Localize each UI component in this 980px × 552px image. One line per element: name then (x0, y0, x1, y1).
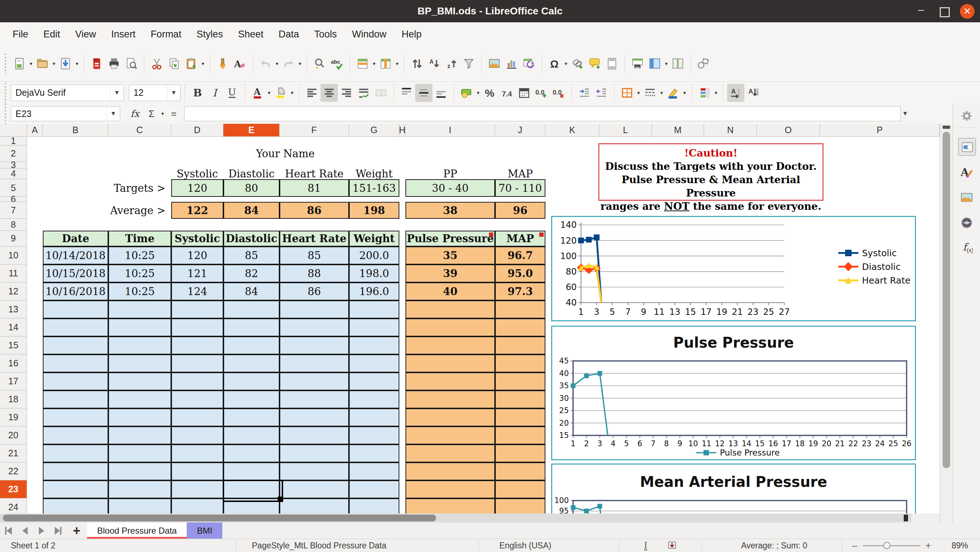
log-cell-J14[interactable] (495, 318, 546, 336)
log-cell-B20[interactable] (43, 426, 108, 444)
show-draw-functions-icon[interactable] (695, 55, 712, 73)
format-as-currency-dropdown-arrow[interactable]: ▾ (475, 90, 481, 96)
menu-view[interactable]: View (68, 22, 103, 46)
pivot-table-icon[interactable] (520, 55, 538, 73)
underline-icon[interactable]: U (223, 84, 241, 102)
log-header-heart-rate[interactable]: Heart Rate (280, 231, 349, 247)
row-header-19[interactable]: 19 (0, 409, 27, 426)
log-cell-G14[interactable] (349, 318, 399, 336)
column-header-K[interactable]: K (546, 124, 599, 137)
caution-text-box[interactable]: !Caution! Discuss the Targets with your … (598, 143, 824, 201)
navigator-icon[interactable] (958, 214, 975, 231)
row-header-4[interactable]: 4 (0, 169, 27, 179)
split-window-icon[interactable] (669, 55, 686, 73)
undo-icon[interactable] (257, 55, 274, 73)
wrap-text-icon[interactable] (355, 84, 372, 102)
format-as-number-icon[interactable]: 7.4 (498, 84, 515, 102)
insert-column-icon[interactable] (377, 55, 394, 73)
zoom-in-button[interactable]: + (925, 539, 931, 552)
freeze-rows-columns-dropdown-arrow[interactable]: ▾ (663, 60, 669, 67)
column-header-C[interactable]: C (108, 124, 171, 137)
log-cell-G17[interactable] (349, 372, 399, 390)
increase-indent-icon[interactable] (576, 84, 593, 102)
format-as-date-icon[interactable] (515, 84, 533, 102)
insert-comment-icon[interactable] (586, 55, 603, 73)
new-document-icon[interactable] (11, 55, 28, 73)
log-header-date[interactable]: Date (43, 231, 108, 247)
insert-image-icon[interactable] (486, 55, 503, 73)
print-preview-icon[interactable] (123, 55, 140, 73)
print-icon[interactable] (105, 55, 123, 73)
log-cell-F15[interactable] (280, 336, 349, 355)
undo-dropdown-arrow[interactable]: ▾ (274, 60, 280, 67)
column-header-D[interactable]: D (171, 124, 223, 137)
log-cell-F22[interactable] (280, 462, 349, 480)
log-cell-F14[interactable] (280, 318, 349, 336)
log-cell-F17[interactable] (280, 372, 349, 390)
styles-icon[interactable]: A (958, 164, 975, 180)
row-header-1[interactable]: 1 (0, 137, 27, 145)
log-cell-F19[interactable] (280, 409, 349, 426)
log-cell-E12[interactable]: 84 (223, 283, 280, 301)
log-cell-I24[interactable] (406, 498, 495, 514)
log-cell-B14[interactable] (43, 318, 108, 336)
row-header-22[interactable]: 22 (0, 462, 27, 480)
blood-pressure-chart[interactable]: 40608010012014013579111315171921232527Sy… (551, 216, 916, 321)
log-cell-F20[interactable] (280, 426, 349, 444)
text-direction-ttb-icon[interactable]: A (745, 84, 762, 102)
insert-chart-icon[interactable] (503, 55, 520, 73)
clone-formatting-icon[interactable] (214, 55, 231, 73)
log-cell-I15[interactable] (406, 336, 495, 355)
select-all-corner[interactable] (0, 124, 27, 137)
log-cell-E13[interactable] (223, 301, 280, 318)
borders-dropdown-arrow[interactable]: ▾ (636, 90, 641, 96)
sort-icon[interactable] (408, 55, 426, 73)
log-cell-D16[interactable] (171, 355, 223, 372)
log-cell-B11[interactable]: 10/15/2018 (43, 264, 108, 283)
vertical-scrollbar[interactable] (940, 124, 953, 522)
log-cell-E20[interactable] (223, 426, 280, 444)
log-cell-F16[interactable] (280, 355, 349, 372)
log-cell-C21[interactable] (108, 444, 171, 462)
average-value-F[interactable]: 86 (280, 202, 349, 219)
log-cell-B10[interactable]: 10/14/2018 (43, 247, 108, 264)
menu-insert[interactable]: Insert (103, 22, 143, 46)
border-color-icon[interactable] (665, 84, 682, 102)
log-cell-B24[interactable] (43, 498, 108, 514)
log-cell-I14[interactable] (406, 318, 495, 336)
average-value-D[interactable]: 122 (171, 202, 223, 219)
last-sheet-button[interactable] (50, 523, 66, 538)
column-header-A[interactable]: A (27, 124, 43, 137)
previous-sheet-button[interactable] (17, 523, 33, 538)
first-sheet-button[interactable] (0, 523, 17, 538)
log-cell-J20[interactable] (495, 426, 546, 444)
log-cell-B17[interactable] (43, 372, 108, 390)
log-cell-D15[interactable] (171, 336, 223, 355)
paste-dropdown-arrow[interactable]: ▾ (200, 60, 206, 67)
border-style-icon[interactable] (641, 84, 659, 102)
split-handle[interactable] (943, 126, 950, 129)
average-value-J[interactable]: 96 (495, 202, 546, 219)
conditional-formatting-icon[interactable] (696, 84, 713, 102)
insert-row-icon[interactable] (354, 55, 371, 73)
row-header-11[interactable]: 11 (0, 264, 27, 283)
average-value-E[interactable]: 84 (223, 202, 280, 219)
font-color-icon[interactable]: A (249, 84, 266, 102)
save-dropdown-arrow[interactable]: ▾ (74, 60, 80, 67)
log-cell-C12[interactable]: 10:25 (108, 283, 171, 301)
center-vertically-icon[interactable] (415, 84, 433, 102)
log-cell-D21[interactable] (171, 444, 223, 462)
log-cell-B21[interactable] (43, 444, 108, 462)
font-color-dropdown-arrow[interactable]: ▾ (266, 90, 272, 96)
log-cell-D22[interactable] (171, 462, 223, 480)
cell-your-name[interactable]: Your Name (171, 145, 399, 162)
log-cell-G13[interactable] (349, 301, 399, 318)
row-header-21[interactable]: 21 (0, 444, 27, 462)
headers-footers-icon[interactable] (603, 55, 620, 73)
average-value-G[interactable]: 198 (349, 202, 399, 219)
log-cell-C24[interactable] (108, 498, 171, 514)
column-header-H[interactable]: H (399, 124, 406, 137)
metric-header-heart-rate[interactable]: Heart Rate (280, 169, 349, 179)
font-name-combo[interactable]: DejaVu Serif ▼ (11, 84, 124, 101)
log-cell-B16[interactable] (43, 355, 108, 372)
